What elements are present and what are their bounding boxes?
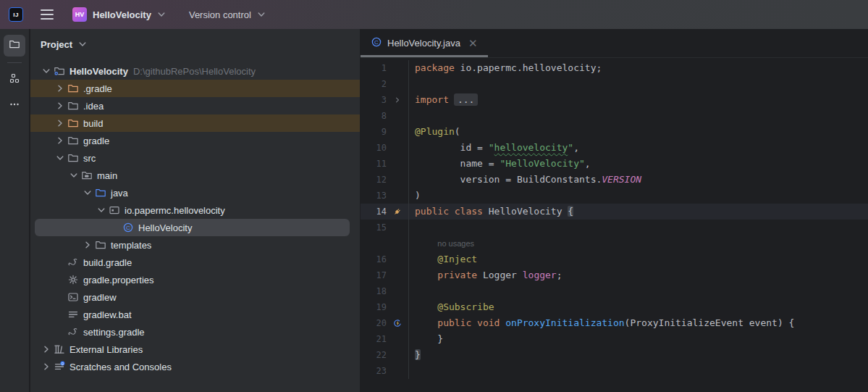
close-icon[interactable]: ✕ xyxy=(465,36,481,50)
project-toolwindow-button[interactable] xyxy=(4,35,25,57)
project-panel-header[interactable]: Project xyxy=(30,29,360,59)
gear-icon xyxy=(67,274,80,285)
code-line-16[interactable]: 16 @Inject xyxy=(361,251,868,267)
project-badge: HV xyxy=(72,7,87,22)
code-line-21[interactable]: 21 } xyxy=(361,331,868,347)
tree-item-build-gradle[interactable]: build.gradle xyxy=(30,254,360,271)
code-line-8[interactable]: 8 xyxy=(361,108,868,124)
code-line-11[interactable]: 11 name = "HelloVelocity", xyxy=(361,156,868,172)
line-number: 21 xyxy=(361,331,387,347)
chevron-right-icon[interactable] xyxy=(41,343,52,355)
folder-excluded-icon xyxy=(67,117,80,129)
line-number: 22 xyxy=(361,347,387,363)
code-line-19[interactable]: 19 @Subscribe xyxy=(361,299,868,315)
code-line-3[interactable]: 3import... xyxy=(361,92,868,108)
chevron-right-icon[interactable] xyxy=(82,239,93,251)
code-line-2[interactable]: 2 xyxy=(361,76,868,92)
package-icon xyxy=(108,204,121,216)
chevron-down-icon[interactable] xyxy=(82,187,93,199)
tab-hellovelocity-java[interactable]: C HelloVelocity.java ✕ xyxy=(361,29,488,57)
folder-excluded-icon xyxy=(67,83,80,94)
chevron-right-icon[interactable] xyxy=(54,83,66,94)
subscribe-gutter-icon[interactable] xyxy=(387,315,408,331)
intellij-logo-icon[interactable]: IJ xyxy=(9,7,23,22)
class-icon: C xyxy=(122,222,135,233)
tree-item-gradle[interactable]: gradle xyxy=(30,132,360,149)
code-text xyxy=(408,363,868,379)
gutter-spacer xyxy=(387,140,408,156)
project-tree: HelloVelocityD:\githubRePos\HelloVelocit… xyxy=(30,59,360,375)
chevron-down-icon[interactable] xyxy=(68,170,80,181)
more-toolwindows-button[interactable] xyxy=(4,95,25,117)
tree-item-external-libraries[interactable]: External Libraries xyxy=(30,341,360,358)
tree-item-label: java xyxy=(111,188,128,199)
line-number: 12 xyxy=(361,172,387,188)
chevron-down-icon[interactable] xyxy=(54,152,66,164)
chevron-down-icon[interactable] xyxy=(41,65,52,77)
project-widget-name: HelloVelocity xyxy=(93,9,151,20)
gutter-spacer xyxy=(387,156,408,172)
folder-icon xyxy=(9,38,20,53)
code-text: private Logger logger; xyxy=(408,267,868,283)
tree-item-scratches-and-consoles[interactable]: 0Scratches and Consoles xyxy=(30,358,360,375)
main-menu-icon[interactable] xyxy=(41,9,54,20)
intellij-window: IJ HV HelloVelocity Version control Proj… xyxy=(0,0,868,392)
code-text xyxy=(408,283,868,299)
line-number: 14 xyxy=(361,204,387,220)
project-icon xyxy=(53,65,66,77)
structure-toolwindow-button[interactable] xyxy=(4,69,25,91)
tree-item-label: gradle.properties xyxy=(83,275,154,285)
chevron-right-icon[interactable] xyxy=(54,100,66,112)
line-number: 1 xyxy=(361,60,387,76)
tree-item-src[interactable]: src xyxy=(30,149,360,167)
inlay-hint-line[interactable]: no usages xyxy=(361,235,868,251)
chevron-right-icon[interactable] xyxy=(54,135,66,146)
code-line-1[interactable]: 1package io.papermc.hellovelocity; xyxy=(361,60,868,76)
tree-item-hellovelocity[interactable]: HelloVelocityD:\githubRePos\HelloVelocit… xyxy=(30,62,360,80)
tree-item-hellovelocity[interactable]: CHelloVelocity xyxy=(30,219,360,236)
code-line-14[interactable]: 14public class HelloVelocity { xyxy=(361,204,868,220)
code-line-22[interactable]: 22} xyxy=(361,347,868,363)
gutter-spacer xyxy=(387,283,408,299)
tree-item-settings-gradle[interactable]: settings.gradle xyxy=(30,323,360,341)
code-text: id = "hellovelocity", xyxy=(408,140,868,156)
project-widget[interactable]: HV HelloVelocity xyxy=(68,4,172,25)
chevron-right-icon[interactable] xyxy=(54,117,66,129)
code-line-18[interactable]: 18 xyxy=(361,283,868,299)
tree-item-label: build xyxy=(83,118,103,129)
version-control-menu[interactable]: Version control xyxy=(185,6,271,23)
gutter-spacer xyxy=(387,188,408,204)
code-line-17[interactable]: 17 private Logger logger; xyxy=(361,267,868,283)
chevron-right-icon[interactable] xyxy=(41,361,52,372)
code-editor[interactable]: 1package io.papermc.hellovelocity;23impo… xyxy=(361,59,868,392)
tree-item-label: main xyxy=(97,170,117,181)
chevron-down-icon[interactable] xyxy=(96,204,107,216)
code-line-13[interactable]: 13) xyxy=(361,188,868,204)
line-number: 19 xyxy=(361,299,387,315)
code-line-23[interactable]: 23 xyxy=(361,363,868,379)
tree-item-gradle[interactable]: .gradle xyxy=(30,80,360,97)
gradle-icon xyxy=(67,326,80,338)
tree-item-idea[interactable]: .idea xyxy=(30,97,360,114)
plug-gutter-icon[interactable] xyxy=(387,204,408,220)
code-line-12[interactable]: 12 version = BuildConstants.VERSION xyxy=(361,172,868,188)
code-line-10[interactable]: 10 id = "hellovelocity", xyxy=(361,140,868,156)
tree-item-templates[interactable]: templates xyxy=(30,236,360,254)
tree-item-gradlew[interactable]: gradlew xyxy=(30,288,360,306)
tree-item-main[interactable]: main xyxy=(30,167,360,184)
line-number: 8 xyxy=(361,108,387,124)
tree-item-java[interactable]: java xyxy=(30,184,360,201)
code-text: package io.papermc.hellovelocity; xyxy=(408,60,868,76)
code-line-20[interactable]: 20 public void onProxyInitialization(Pro… xyxy=(361,315,868,331)
line-number: 13 xyxy=(361,188,387,204)
code-line-9[interactable]: 9@Plugin( xyxy=(361,124,868,140)
tree-item-io-papermc-hellovelocity[interactable]: io.papermc.hellovelocity xyxy=(30,201,360,219)
tree-item-build[interactable]: build xyxy=(30,114,360,132)
code-line-15[interactable]: 15 xyxy=(361,220,868,235)
tree-item-gradlew-bat[interactable]: gradlew.bat xyxy=(30,306,360,323)
gutter-spacer xyxy=(387,220,408,235)
class-icon: C xyxy=(371,36,382,51)
fold-gutter-icon[interactable] xyxy=(387,92,408,108)
line-number: 3 xyxy=(361,92,387,108)
tree-item-gradle-properties[interactable]: gradle.properties xyxy=(30,271,360,288)
